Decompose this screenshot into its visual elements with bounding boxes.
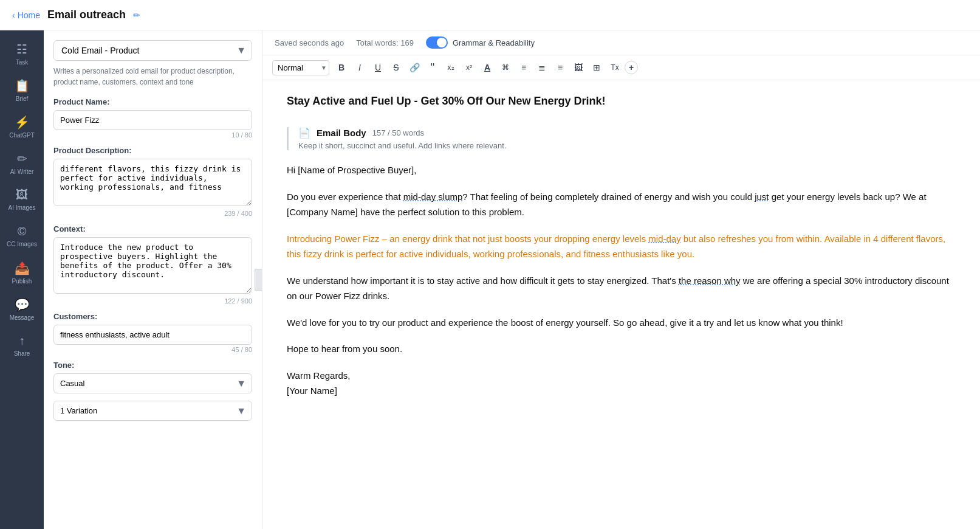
tone-select[interactable]: Casual Formal Friendly Professional: [53, 373, 252, 393]
email-closing-1[interactable]: Hope to hear from you soon.: [287, 341, 956, 357]
sidebar-item-message-label: Message: [10, 314, 35, 321]
email-paragraph-1[interactable]: Do you ever experience that mid-day slum…: [287, 189, 956, 220]
tone-selector-wrapper: Casual Formal Friendly Professional ▼: [53, 373, 252, 393]
grammar-toggle-switch[interactable]: [426, 36, 448, 49]
share-icon: ↑: [19, 334, 25, 348]
edit-title-icon[interactable]: ✏: [133, 10, 140, 20]
sidebar-item-ai-images[interactable]: 🖼 AI Images: [2, 181, 41, 218]
align-button[interactable]: ≡: [552, 59, 569, 76]
sidebar-nav: ☷ Task 📋 Brief ⚡ ChatGPT ✏ AI Writer 🖼 A…: [0, 30, 44, 529]
product-name-count: 10 / 80: [53, 131, 252, 139]
sidebar-item-ai-writer[interactable]: ✏ AI Writer: [2, 145, 41, 181]
word-count: Total words: 169: [356, 38, 414, 47]
sidebar-item-message[interactable]: 💬 Message: [2, 291, 41, 327]
email-closing-2[interactable]: Warm Regards,[Your Name]: [287, 368, 956, 399]
task-icon: ☷: [16, 42, 27, 57]
message-icon: 💬: [15, 297, 30, 312]
tone-label: Tone:: [53, 361, 252, 370]
saved-status: Saved seconds ago: [275, 38, 344, 47]
sidebar-item-publish[interactable]: 📤 Publish: [2, 254, 41, 291]
link-button[interactable]: 🔗: [406, 59, 423, 76]
underline-button[interactable]: U: [369, 59, 386, 76]
add-block-button[interactable]: +: [625, 61, 638, 74]
cc-images-icon: ©: [18, 224, 27, 238]
editor-content: Stay Active and Fuel Up - Get 30% Off Ou…: [262, 80, 980, 529]
formatting-toolbar: Normal Heading 1 Heading 2 Heading 3 ▼ B…: [262, 55, 980, 80]
unordered-list-button[interactable]: ≣: [533, 59, 550, 76]
product-description-label: Product Description:: [53, 146, 252, 155]
sidebar-item-cc-images-label: CC Images: [7, 241, 37, 247]
sidebar-item-brief[interactable]: 📋 Brief: [2, 72, 41, 108]
panel-collapse-button[interactable]: ‹: [255, 269, 262, 291]
email-body-doc-icon: 📄: [298, 127, 310, 139]
email-body-word-count: 157 / 50 words: [372, 128, 424, 137]
email-body-header: 📄 Email Body 157 / 50 words: [298, 127, 956, 139]
italic-button[interactable]: I: [351, 59, 368, 76]
sidebar-item-share-label: Share: [14, 350, 30, 357]
sidebar-item-brief-label: Brief: [16, 95, 29, 102]
variation-selector-wrapper: 1 Variation 2 Variations 3 Variations ▼: [53, 401, 252, 421]
insert-image-button[interactable]: 🖼: [570, 59, 587, 76]
editor-area: Saved seconds ago Total words: 169 Gramm…: [262, 30, 980, 529]
ai-images-icon: 🖼: [16, 188, 28, 202]
context-label: Context:: [53, 224, 252, 233]
sidebar-item-ai-writer-label: AI Writer: [10, 168, 34, 175]
sidebar-item-cc-images[interactable]: © CC Images: [2, 218, 41, 254]
email-paragraph-2[interactable]: Introducing Power Fizz – an energy drink…: [287, 231, 956, 262]
font-color-button[interactable]: A: [479, 59, 496, 76]
customers-input[interactable]: [53, 325, 252, 345]
template-select[interactable]: Cold Email - Product Cold Email - Servic…: [53, 40, 252, 61]
customers-count: 45 / 80: [53, 346, 252, 353]
style-selector-wrapper: Normal Heading 1 Heading 2 Heading 3 ▼: [272, 60, 329, 75]
sidebar-item-share[interactable]: ↑ Share: [2, 327, 41, 364]
home-link[interactable]: ‹ Home: [12, 10, 40, 20]
product-description-count: 239 / 400: [53, 210, 252, 217]
grammar-label: Grammar & Readability: [453, 38, 535, 47]
template-description: Writes a personalized cold email for pro…: [53, 66, 252, 88]
publish-icon: 📤: [15, 261, 30, 275]
superscript-button[interactable]: x²: [461, 59, 478, 76]
product-name-label: Product Name:: [53, 97, 252, 106]
product-name-input[interactable]: [53, 110, 252, 130]
ai-writer-icon: ✏: [17, 151, 27, 166]
context-count: 122 / 900: [53, 297, 252, 305]
subscript-button[interactable]: x₂: [442, 59, 459, 76]
blockquote-button[interactable]: ": [424, 59, 441, 76]
email-subject-line[interactable]: Stay Active and Fuel Up - Get 30% Off Ou…: [287, 95, 956, 108]
template-selector-wrapper: Cold Email - Product Cold Email - Servic…: [53, 40, 252, 61]
topbar: ‹ Home Email outreach ✏: [0, 0, 980, 30]
email-greeting[interactable]: Hi [Name of Prospective Buyer],: [287, 162, 956, 178]
customers-label: Customers:: [53, 312, 252, 321]
editor-topbar: Saved seconds ago Total words: 169 Gramm…: [262, 30, 980, 55]
clear-format-button[interactable]: Tx: [606, 59, 623, 76]
insert-table-button[interactable]: ⊞: [588, 59, 605, 76]
page-title: Email outreach: [47, 9, 126, 21]
chatgpt-icon: ⚡: [15, 115, 30, 130]
email-paragraph-3[interactable]: We understand how important it is to sta…: [287, 273, 956, 304]
sidebar-item-publish-label: Publish: [12, 278, 32, 285]
sidebar-item-chatgpt-label: ChatGPT: [9, 132, 35, 139]
variation-select[interactable]: 1 Variation 2 Variations 3 Variations: [53, 401, 252, 421]
brief-icon: 📋: [15, 78, 30, 93]
sidebar-item-chatgpt[interactable]: ⚡ ChatGPT: [2, 108, 41, 145]
main-layout: ☷ Task 📋 Brief ⚡ ChatGPT ✏ AI Writer 🖼 A…: [0, 30, 980, 529]
bold-button[interactable]: B: [333, 59, 350, 76]
grammar-readability-toggle[interactable]: Grammar & Readability: [426, 36, 535, 49]
email-body-hint: Keep it short, succinct and useful. Add …: [298, 141, 956, 150]
sidebar-item-task[interactable]: ☷ Task: [2, 35, 41, 72]
toggle-knob: [437, 38, 447, 47]
left-panel: Cold Email - Product Cold Email - Servic…: [44, 30, 262, 529]
sidebar-item-ai-images-label: AI Images: [8, 204, 35, 211]
chevron-left-icon: ‹: [12, 10, 15, 20]
special-chars-button[interactable]: ⌘: [497, 59, 514, 76]
sidebar-item-task-label: Task: [16, 59, 29, 66]
strikethrough-button[interactable]: S: [388, 59, 405, 76]
email-body-block: 📄 Email Body 157 / 50 words Keep it shor…: [287, 127, 956, 150]
product-description-input[interactable]: different flavors, this fizzy drink is p…: [53, 159, 252, 206]
email-body-title: Email Body: [317, 128, 366, 138]
ordered-list-button[interactable]: ≡: [515, 59, 532, 76]
context-input[interactable]: Introduce the new product to prospective…: [53, 237, 252, 294]
style-select[interactable]: Normal Heading 1 Heading 2 Heading 3: [272, 60, 329, 75]
email-paragraph-4[interactable]: We'd love for you to try our product and…: [287, 315, 956, 331]
